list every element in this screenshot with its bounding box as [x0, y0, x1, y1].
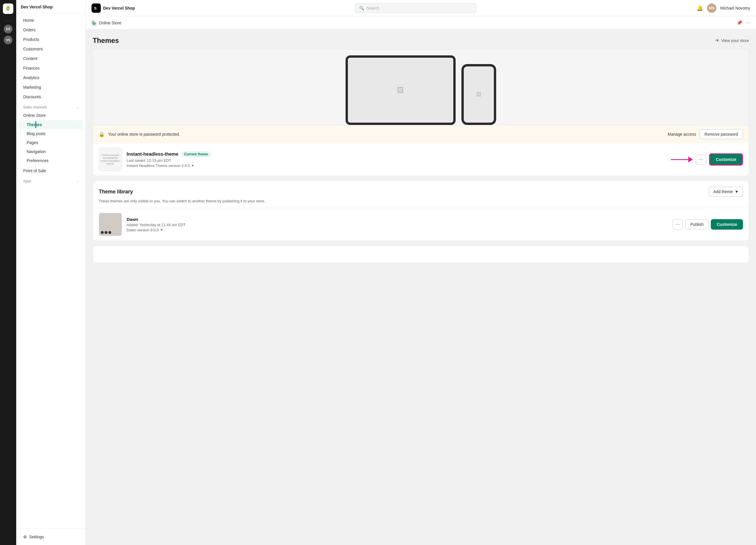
- current-theme-thumbnail: Theme preview thumbnail for Instant-head…: [99, 148, 122, 171]
- dawn-theme-name: Dawn: [127, 217, 668, 222]
- shopify-logo[interactable]: [3, 3, 13, 14]
- search-bar[interactable]: 🔍 Search: [355, 3, 476, 13]
- eye-icon: 👁: [715, 38, 720, 43]
- store-title: Dev Vercel Shop: [21, 5, 53, 9]
- arrow-line: [671, 159, 688, 160]
- remove-password-button[interactable]: Remove password: [700, 129, 743, 139]
- phone-device: 🖼: [461, 64, 496, 125]
- more-options-icon[interactable]: ···: [746, 20, 750, 26]
- dawn-version-dropdown-icon[interactable]: ▼: [160, 228, 163, 231]
- sidebar-item-analytics[interactable]: Analytics: [19, 73, 83, 82]
- dawn-theme-info: Dawn Added: Yesterday at 11:44 am EDT Da…: [127, 217, 668, 232]
- dawn-dot-1: [101, 231, 104, 234]
- sidebar-header: Dev Vercel Shop: [16, 0, 85, 13]
- dawn-dot-2: [105, 231, 107, 234]
- sidebar-item-blog-posts[interactable]: Blog posts: [19, 129, 83, 138]
- topbar-store-title: Dev Vercel Shop: [103, 6, 135, 10]
- online-store-label: Online Store: [99, 21, 121, 25]
- sidebar-item-finances[interactable]: Finances: [19, 63, 83, 73]
- dawn-customize-button[interactable]: Customize: [711, 219, 743, 229]
- dawn-more-dots-icon: ···: [676, 222, 680, 227]
- phone-broken-image-icon: 🖼: [476, 92, 481, 98]
- sidebar-item-point-of-sale[interactable]: Point of Sale: [19, 166, 83, 175]
- header-actions: 📌 ···: [737, 20, 750, 26]
- topbar: S Dev Vercel Shop 🔍 Search 🔔 MN Michael …: [86, 0, 756, 16]
- sidebar-item-marketing[interactable]: Marketing: [19, 83, 83, 92]
- current-theme-last-saved: Last saved: 12:19 pm EDT: [127, 158, 666, 163]
- sidebar: Dev Vercel Shop Home Orders Products Cus…: [16, 0, 86, 545]
- dawn-theme-added: Added: Yesterday at 11:44 am EDT: [127, 223, 668, 227]
- dawn-theme-actions: ··· Publish Customize: [673, 219, 743, 229]
- user-name[interactable]: Michael Novotny: [720, 6, 750, 10]
- device-preview: 🖼 🖼: [93, 50, 749, 125]
- apps-label[interactable]: Apps ›: [19, 176, 83, 184]
- library-header: Theme library Add theme ▼: [93, 181, 749, 199]
- apps-chevron: ›: [77, 179, 78, 183]
- sidebar-item-discounts[interactable]: Discounts: [19, 92, 83, 101]
- main-content: S Dev Vercel Shop 🔍 Search 🔔 MN Michael …: [86, 0, 756, 545]
- truncated-theme-card: [93, 245, 749, 263]
- current-theme-more-button[interactable]: ···: [696, 154, 706, 165]
- current-theme-row: Theme preview thumbnail for Instant-head…: [93, 143, 749, 176]
- search-placeholder: Search: [366, 6, 379, 10]
- notification-bell-icon[interactable]: 🔔: [697, 5, 703, 11]
- theme-info: Instant-headless-theme Current theme Las…: [127, 151, 666, 168]
- settings-icon: ⚙: [23, 535, 27, 539]
- sidebar-item-navigation[interactable]: Navigation: [19, 147, 83, 156]
- dawn-dot-3: [108, 231, 111, 234]
- sidebar-strip: DS VS: [0, 0, 16, 545]
- current-theme-actions: ··· Customize: [671, 153, 743, 165]
- online-store-section-title: 🏪 Online Store: [92, 21, 121, 25]
- version-dropdown-icon[interactable]: ▼: [191, 164, 194, 167]
- page-content: 🏪 Online Store 📌 ··· Themes 👁 View your …: [86, 16, 756, 270]
- add-theme-button[interactable]: Add theme ▼: [709, 187, 743, 196]
- arrow-head: [688, 156, 693, 162]
- sidebar-item-settings[interactable]: ⚙ Settings: [21, 532, 81, 542]
- tablet-device: 🖼: [346, 55, 456, 125]
- themes-page-header: Themes 👁 View your store: [93, 37, 749, 45]
- password-banner: 🔒 Your online store is password protecte…: [93, 125, 749, 143]
- search-icon: 🔍: [359, 6, 364, 10]
- customize-button[interactable]: Customize: [709, 153, 743, 165]
- sidebar-item-customers[interactable]: Customers: [19, 44, 83, 54]
- sidebar-footer: ⚙ Settings: [16, 528, 85, 545]
- sidebar-item-home[interactable]: Home: [19, 16, 83, 25]
- sidebar-item-preferences[interactable]: Preferences: [19, 156, 83, 165]
- page-title: Themes: [93, 37, 119, 45]
- dawn-more-button[interactable]: ···: [673, 219, 683, 229]
- add-theme-chevron-icon: ▼: [735, 189, 739, 194]
- view-store-link[interactable]: 👁 View your store: [715, 38, 749, 43]
- pin-icon[interactable]: 📌: [737, 20, 742, 25]
- topbar-left: S Dev Vercel Shop: [92, 3, 135, 13]
- theme-name-row: Instant-headless-theme Current theme: [127, 151, 666, 157]
- lock-icon: 🔒: [99, 132, 105, 137]
- store-avatar-ds[interactable]: DS: [4, 25, 12, 33]
- sidebar-item-content[interactable]: Content: [19, 54, 83, 63]
- password-banner-text: Your online store is password protected.: [108, 132, 664, 136]
- current-theme-name: Instant-headless-theme: [127, 152, 178, 157]
- current-theme-version: Instant Headless Theme version 2.0.0 ▼: [127, 163, 666, 168]
- sidebar-item-products[interactable]: Products: [19, 35, 83, 44]
- user-avatar[interactable]: MN: [707, 3, 716, 13]
- sales-channels-chevron: ›: [77, 105, 78, 109]
- topbar-logo: S: [92, 3, 101, 13]
- topbar-right: 🔔 MN Michael Novotny: [697, 3, 750, 13]
- manage-access-link[interactable]: Manage access: [668, 132, 696, 136]
- store-avatar-vs[interactable]: VS: [4, 36, 12, 44]
- online-store-icon: 🏪: [92, 21, 96, 25]
- sidebar-item-pages[interactable]: Pages: [19, 138, 83, 147]
- svg-text:S: S: [94, 6, 97, 10]
- more-dots-icon: ···: [699, 157, 703, 162]
- publish-button[interactable]: Publish: [685, 219, 708, 229]
- sidebar-item-orders[interactable]: Orders: [19, 25, 83, 34]
- phone-screen: 🖼: [464, 66, 494, 123]
- sidebar-item-themes[interactable]: Themes: [19, 120, 83, 129]
- dawn-thumbnail: [99, 213, 122, 236]
- sales-channels-label[interactable]: Sales channels ›: [19, 102, 83, 110]
- sidebar-item-online-store[interactable]: Online Store: [19, 111, 83, 120]
- dawn-theme-row: Dawn Added: Yesterday at 11:44 am EDT Da…: [93, 208, 749, 240]
- sidebar-nav: Home Orders Products Customers Content F…: [16, 13, 85, 528]
- online-store-topbar: 🏪 Online Store 📌 ···: [86, 16, 756, 30]
- current-theme-badge: Current theme: [181, 151, 211, 157]
- thumbnail-alt-text: Theme preview thumbnail for Instant-head…: [99, 152, 122, 166]
